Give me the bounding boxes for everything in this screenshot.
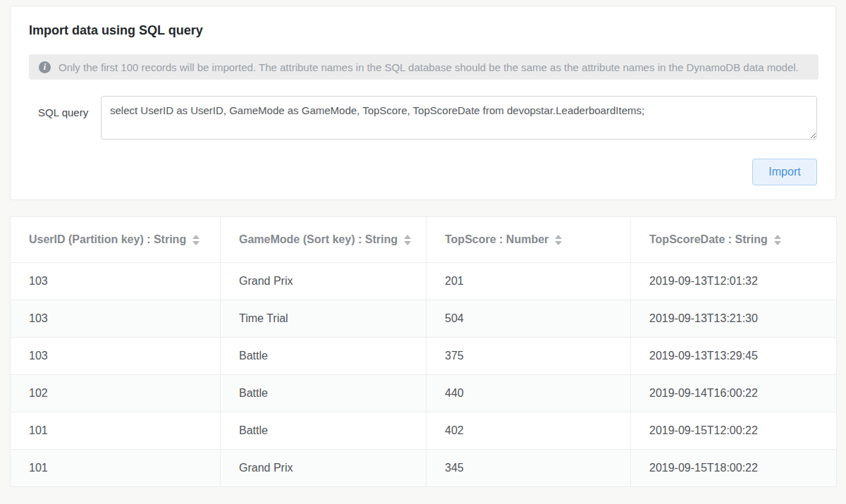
sort-icon[interactable]	[192, 235, 200, 245]
import-button[interactable]: Import	[752, 159, 817, 185]
cell-user-id: 102	[11, 375, 221, 412]
sql-query-label: SQL query	[38, 106, 102, 118]
table-row: 102Battle4402019-09-14T16:00:22	[11, 375, 837, 412]
sort-icon[interactable]	[774, 235, 781, 245]
column-header-label: TopScore : Number	[445, 233, 548, 246]
cell-game-mode: Time Trial	[221, 300, 427, 338]
column-header-label: UserID (Partition key) : String	[29, 233, 186, 246]
import-panel: Import data using SQL query i Only the f…	[10, 6, 836, 200]
cell-top-score-date: 2019-09-13T12:01:32	[631, 263, 837, 300]
sort-icon[interactable]	[555, 235, 562, 245]
cell-game-mode: Battle	[221, 375, 427, 412]
cell-top-score: 201	[427, 263, 631, 300]
info-icon: i	[39, 61, 51, 73]
column-header-user-id[interactable]: UserID (Partition key) : String	[11, 217, 221, 263]
cell-top-score: 345	[427, 450, 631, 487]
sort-icon[interactable]	[404, 235, 411, 245]
cell-user-id: 103	[11, 300, 221, 338]
cell-top-score-date: 2019-09-15T18:00:22	[631, 450, 837, 487]
column-header-label: GameMode (Sort key) : String	[239, 233, 398, 246]
table-row: 101Grand Prix3452019-09-15T18:00:22	[11, 450, 837, 487]
cell-top-score: 375	[427, 338, 631, 375]
leaderboard-table: UserID (Partition key) : StringGameMode …	[10, 216, 836, 487]
table-row: 103Time Trial5042019-09-13T13:21:30	[11, 300, 837, 338]
column-header-game-mode[interactable]: GameMode (Sort key) : String	[221, 217, 427, 263]
cell-user-id: 103	[11, 263, 221, 300]
table-row: 103Grand Prix2012019-09-13T12:01:32	[11, 263, 837, 300]
cell-user-id: 101	[11, 412, 221, 450]
panel-title: Import data using SQL query	[29, 23, 203, 38]
info-banner: i Only the first 100 records will be imp…	[29, 54, 819, 80]
column-header-label: TopScoreDate : String	[649, 233, 768, 246]
table-row: 103Battle3752019-09-13T13:29:45	[11, 338, 837, 375]
cell-game-mode: Grand Prix	[221, 450, 427, 487]
cell-user-id: 103	[11, 338, 221, 375]
column-header-top-score-date[interactable]: TopScoreDate : String	[631, 217, 837, 263]
table-row: 101Battle4022019-09-15T12:00:22	[11, 412, 837, 450]
cell-user-id: 101	[11, 450, 221, 487]
info-banner-text: Only the first 100 records will be impor…	[59, 61, 799, 73]
cell-top-score-date: 2019-09-14T16:00:22	[631, 375, 837, 412]
column-header-top-score[interactable]: TopScore : Number	[427, 217, 631, 263]
sql-query-input[interactable]: select UserID as UserID, GameMode as Gam…	[101, 96, 817, 140]
cell-game-mode: Grand Prix	[221, 263, 427, 300]
cell-top-score: 402	[427, 412, 631, 450]
cell-top-score-date: 2019-09-13T13:21:30	[631, 300, 837, 338]
cell-game-mode: Battle	[221, 338, 427, 375]
cell-game-mode: Battle	[221, 412, 427, 450]
cell-top-score: 504	[427, 300, 631, 338]
cell-top-score-date: 2019-09-15T12:00:22	[631, 412, 837, 450]
cell-top-score-date: 2019-09-13T13:29:45	[631, 338, 837, 375]
cell-top-score: 440	[427, 375, 631, 412]
table-header-row: UserID (Partition key) : StringGameMode …	[11, 217, 837, 263]
